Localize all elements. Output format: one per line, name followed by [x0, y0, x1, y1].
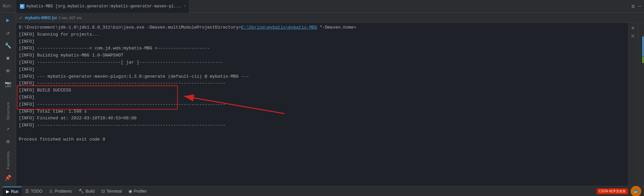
scrollbar-area[interactable] — [638, 23, 644, 186]
run-tab[interactable]: m mybatis-MBG [org.mybatis.generator:myb… — [16, 0, 190, 13]
tab-maven-icon: m — [20, 4, 24, 9]
run-side-buttons: ⚙ ⊟ — [628, 23, 638, 186]
panel-layout-icon[interactable]: ⊟ — [629, 32, 637, 40]
run-tab-label: Run — [11, 189, 18, 194]
tab-build[interactable]: 🔨 Build — [75, 187, 98, 196]
profiler-tab-icon: ◉ — [128, 189, 132, 194]
run-entry: ✓ mybatis-MBG [or 2 sec, 927 ms — [19, 15, 82, 21]
main-area: ▶ ↺ 🔧 ■ 👁 📷 Structure ↗ ⊞ Favorites 📌 ✓ … — [0, 13, 644, 186]
tab-todo[interactable]: ☰ TODO — [22, 187, 46, 196]
tab-terminal[interactable]: ⊡ Terminal — [98, 187, 125, 196]
console-line-3: [INFO] — [19, 38, 625, 45]
sidebar-stop-button[interactable]: ■ — [2, 52, 14, 65]
terminal-tab-label: Terminal — [107, 189, 122, 194]
build-tab-label: Build — [86, 189, 95, 194]
console-link-1[interactable]: E:\Spring\mybatis\mybatis-MBG — [241, 25, 317, 30]
console-line-15: [INFO] ---------------------------------… — [19, 122, 625, 129]
success-check-icon: ✓ — [19, 15, 23, 21]
console-line-7: [INFO] — [19, 66, 625, 73]
close-tab-icon[interactable]: × — [184, 4, 186, 8]
console-line-6: [INFO] --------------------------------[… — [19, 59, 625, 66]
sidebar-rerun-button[interactable]: ↺ — [2, 27, 14, 39]
console-line-4: [INFO] --------------------< com.jd.wds:… — [19, 45, 625, 52]
todo-tab-icon: ☰ — [25, 189, 29, 194]
top-bar: Run: m mybatis-MBG [org.mybatis.generato… — [0, 0, 644, 13]
tab-problems[interactable]: ⚠ Problems — [46, 187, 75, 196]
csdn-badge: CSDN 程序员老鱼 — [597, 188, 628, 194]
sidebar-wrench-button[interactable]: 🔧 — [2, 40, 14, 52]
console-line-16 — [19, 129, 625, 136]
settings-icon[interactable]: ⚙ — [632, 3, 635, 10]
problems-tab-icon: ⚠ — [49, 189, 53, 194]
user-avatar[interactable]: 🐟 — [631, 186, 641, 196]
tab-run[interactable]: ▶ Run — [3, 187, 22, 196]
bottom-bar: ▶ Run ☰ TODO ⚠ Problems 🔨 Build ⊡ Termin… — [0, 186, 644, 196]
favorites-label: Favorites — [6, 151, 10, 169]
console-line-14: [INFO] Finished at: 2022-03-10T10:40:53+… — [19, 115, 625, 122]
sidebar-camera-button[interactable]: 📷 — [2, 78, 14, 90]
run-tab-icon: ▶ — [6, 189, 9, 194]
structure-label: Structure — [6, 102, 10, 120]
console-line-11: [INFO] — [19, 94, 625, 101]
console-line-13: [INFO] Total time: 1.588 s — [19, 108, 625, 115]
run-time: 2 sec, 927 ms — [59, 16, 82, 20]
console-line-8: [INFO] --- mybatis-generator-maven-plugi… — [19, 73, 625, 80]
todo-tab-label: TODO — [31, 189, 42, 194]
panel-settings-icon[interactable]: ⚙ — [629, 24, 637, 32]
console-line-10: [INFO] BUILD SUCCESS — [19, 87, 625, 94]
console-line-5: [INFO] Building mybatis-MBG 1.0-SNAPSHOT — [19, 52, 625, 59]
terminal-tab-icon: ⊡ — [101, 189, 105, 194]
left-sidebar: ▶ ↺ 🔧 ■ 👁 📷 Structure ↗ ⊞ Favorites 📌 — [0, 13, 16, 186]
sidebar-play-button[interactable]: ▶ — [2, 14, 14, 26]
bottom-right: CSDN 程序员老鱼 🐟 — [595, 186, 641, 196]
console-line-12: [INFO] ---------------------------------… — [19, 101, 625, 108]
run-toolbar: ✓ mybatis-MBG [or 2 sec, 927 ms — [16, 13, 644, 23]
console-line-2: [INFO] Scanning for projects... — [19, 31, 625, 38]
profiler-tab-label: Profiler — [134, 189, 147, 194]
sidebar-export-button[interactable]: ↗ — [2, 123, 14, 135]
console-line-1: D:\Environment\jdk-1.8\jdk1.8.0_311\bin\… — [19, 24, 625, 31]
console-area[interactable]: D:\Environment\jdk-1.8\jdk1.8.0_311\bin\… — [16, 23, 628, 186]
run-label: Run: — [3, 4, 12, 9]
problems-tab-label: Problems — [55, 189, 72, 194]
console-line-9: [INFO] ---------------------------------… — [19, 80, 625, 87]
run-panel-container: D:\Environment\jdk-1.8\jdk1.8.0_311\bin\… — [16, 23, 644, 186]
sidebar-layers-button[interactable]: ⊞ — [2, 135, 14, 148]
build-tab-icon: 🔨 — [78, 189, 84, 194]
run-panel: ✓ mybatis-MBG [or 2 sec, 927 ms D:\Envir… — [16, 13, 644, 186]
sidebar-pin-button[interactable]: 📌 — [2, 172, 14, 184]
console-text-1b: "-Dmaven.home= — [317, 25, 356, 30]
tab-title: mybatis-MBG [org.mybatis.generator:mybat… — [26, 4, 181, 9]
console-line-17: Process finished with exit code 0 — [19, 136, 625, 143]
sidebar-eye-button[interactable]: 👁 — [2, 65, 14, 77]
minimize-icon[interactable]: — — [638, 3, 641, 9]
build-success-marker — [642, 56, 644, 63]
run-name: mybatis-MBG [or — [25, 15, 57, 20]
console-text-1a: D:\Environment\jdk-1.8\jdk1.8.0_311\bin\… — [19, 25, 241, 30]
tab-profiler[interactable]: ◉ Profiler — [125, 187, 150, 196]
scroll-thumb[interactable] — [642, 36, 644, 56]
